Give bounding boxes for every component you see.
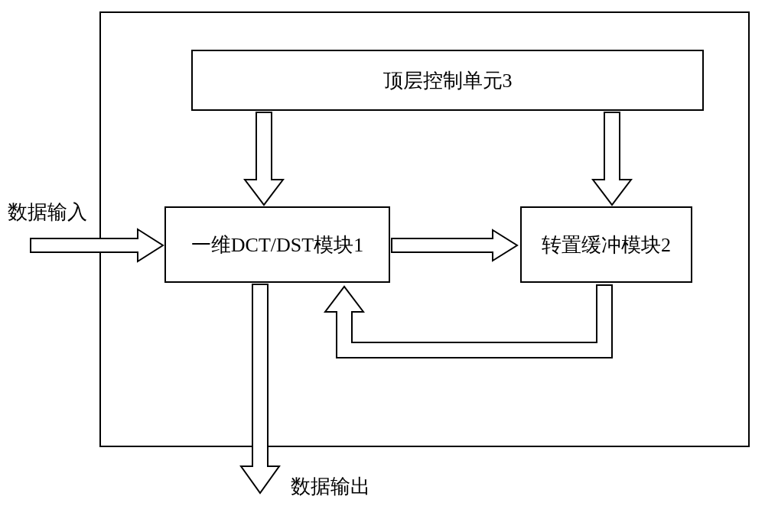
svg-marker-1 (245, 112, 283, 205)
svg-marker-5 (241, 284, 279, 493)
svg-marker-0 (31, 229, 163, 261)
data-input-label: 数据输入 (8, 199, 87, 225)
transpose-buffer-box: 转置缓冲模块2 (520, 206, 692, 283)
svg-marker-4 (325, 285, 612, 358)
svg-marker-2 (593, 112, 631, 205)
arrow-dct-to-transpose (392, 229, 519, 265)
arrow-dct-to-output (237, 284, 283, 495)
arrow-transpose-to-dct-feedback (306, 285, 612, 377)
arrow-control-to-transpose (589, 112, 635, 206)
dct-dst-label: 一维DCT/DST模块1 (191, 232, 363, 258)
arrow-input-to-dct (31, 228, 164, 266)
dct-dst-module-box: 一维DCT/DST模块1 (164, 206, 390, 283)
data-output-label: 数据输出 (291, 473, 370, 500)
svg-marker-3 (392, 230, 517, 261)
arrow-control-to-dct (241, 112, 287, 206)
top-control-label: 顶层控制单元3 (383, 67, 513, 94)
transpose-buffer-label: 转置缓冲模块2 (542, 232, 671, 258)
diagram-canvas: 顶层控制单元3 一维DCT/DST模块1 转置缓冲模块2 数据输入 数据输出 (0, 0, 765, 532)
top-control-unit-box: 顶层控制单元3 (191, 50, 704, 111)
